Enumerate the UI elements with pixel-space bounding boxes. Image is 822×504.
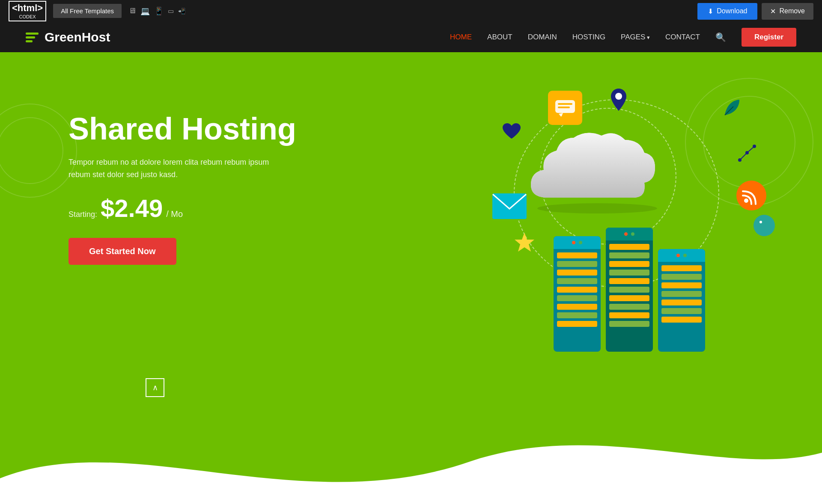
graph-icon bbox=[736, 142, 758, 163]
server-row bbox=[609, 312, 649, 318]
server-row bbox=[661, 308, 702, 314]
server-right bbox=[658, 249, 705, 352]
star-icon bbox=[514, 232, 535, 253]
server-row bbox=[609, 295, 649, 301]
server-row bbox=[557, 321, 597, 327]
server-row bbox=[661, 282, 702, 288]
hero-content: Shared Hosting Tempor rebum no at dolore… bbox=[68, 112, 296, 265]
desktop-icon[interactable]: 🖥 bbox=[128, 6, 136, 15]
site-logo: GreenHost bbox=[26, 30, 110, 44]
hero-title: Shared Hosting bbox=[68, 112, 296, 146]
server-row bbox=[557, 312, 597, 318]
remove-button[interactable]: ✕ Remove bbox=[762, 3, 813, 20]
server-dot-5 bbox=[676, 254, 680, 257]
hero-description: Tempor rebum no at dolore lorem clita re… bbox=[68, 156, 283, 181]
toolbar-left: <html>CODEX All Free Templates 🖥 💻 📱 ▭ 📲 bbox=[9, 1, 185, 21]
rss-icon bbox=[736, 181, 766, 210]
download-arrow-icon: ⬇ bbox=[708, 7, 713, 15]
server-dot-2 bbox=[579, 241, 582, 244]
server-row bbox=[661, 317, 702, 323]
server-row bbox=[609, 261, 649, 267]
server-row bbox=[661, 291, 702, 297]
svg-line-13 bbox=[740, 153, 747, 160]
register-button[interactable]: Register bbox=[742, 28, 796, 47]
device-icons-group: 🖥 💻 📱 ▭ 📲 bbox=[128, 6, 185, 16]
laptop-icon[interactable]: 💻 bbox=[140, 6, 150, 16]
server-row bbox=[661, 299, 702, 305]
svg-marker-7 bbox=[515, 233, 534, 252]
price-label: Starting: bbox=[68, 210, 97, 219]
logo-icon-bar-3 bbox=[26, 40, 33, 42]
server-row bbox=[557, 295, 597, 301]
nav-pages[interactable]: PAGES bbox=[621, 33, 650, 42]
server-row bbox=[557, 287, 597, 293]
email-icon bbox=[492, 193, 527, 219]
svg-rect-3 bbox=[558, 107, 570, 108]
logo-icon-bar-1 bbox=[26, 33, 39, 35]
nav-home[interactable]: HOME bbox=[450, 33, 472, 42]
close-icon: ✕ bbox=[770, 7, 776, 15]
server-towers bbox=[554, 228, 705, 352]
all-free-templates-button[interactable]: All Free Templates bbox=[53, 4, 122, 18]
site-navbar: GreenHost HOME ABOUT DOMAIN HOSTING PAGE… bbox=[0, 22, 822, 52]
hero-illustration bbox=[480, 86, 779, 386]
nav-hosting[interactable]: HOSTING bbox=[572, 33, 605, 42]
svg-point-0 bbox=[537, 203, 657, 213]
tag-icon bbox=[754, 215, 775, 236]
server-dot-1 bbox=[572, 241, 575, 244]
hero-price: Starting: $2.49 / Mo bbox=[68, 194, 296, 222]
nav-domain[interactable]: DOMAIN bbox=[528, 33, 557, 42]
cloud-wrap bbox=[480, 86, 779, 386]
tablet-small-icon[interactable]: ▭ bbox=[168, 7, 174, 15]
server-row bbox=[609, 304, 649, 310]
server-top-middle bbox=[606, 228, 653, 240]
server-top-left bbox=[554, 236, 601, 249]
chat-bubble-icon bbox=[548, 91, 582, 125]
server-rows-right bbox=[658, 262, 705, 326]
toolbar: <html>CODEX All Free Templates 🖥 💻 📱 ▭ 📲… bbox=[0, 0, 822, 22]
server-top-right bbox=[658, 249, 705, 262]
cloud-graphic bbox=[522, 121, 659, 216]
nav-about[interactable]: ABOUT bbox=[487, 33, 512, 42]
leaf-icon bbox=[719, 95, 745, 121]
server-row bbox=[661, 274, 702, 280]
server-row bbox=[557, 270, 597, 276]
server-rows-middle bbox=[606, 240, 653, 330]
server-row bbox=[557, 304, 597, 310]
server-row bbox=[609, 278, 649, 284]
download-button[interactable]: ⬇ Download bbox=[697, 3, 757, 20]
server-dot-6 bbox=[683, 254, 687, 257]
svg-line-14 bbox=[747, 146, 754, 153]
hero-section: Shared Hosting Tempor rebum no at dolore… bbox=[0, 52, 822, 504]
svg-rect-2 bbox=[558, 103, 572, 105]
tablet-icon[interactable]: 📱 bbox=[154, 6, 164, 16]
logo-icon-bar-2 bbox=[26, 36, 35, 39]
server-row bbox=[609, 321, 649, 327]
server-row bbox=[557, 278, 597, 284]
server-middle bbox=[606, 228, 653, 352]
phone-icon[interactable]: 📲 bbox=[178, 8, 185, 15]
server-dot-4 bbox=[631, 232, 634, 236]
server-dot-3 bbox=[624, 232, 628, 236]
price-per: / Mo bbox=[166, 209, 183, 219]
nav-contact[interactable]: CONTACT bbox=[665, 33, 700, 42]
svg-marker-4 bbox=[559, 113, 563, 116]
search-button[interactable]: 🔍 bbox=[715, 32, 726, 42]
toolbar-right: ⬇ Download ✕ Remove bbox=[697, 3, 813, 20]
svg-point-9 bbox=[759, 221, 762, 223]
server-row bbox=[661, 265, 702, 271]
htmlcodex-logo: <html>CODEX bbox=[9, 1, 46, 21]
chevron-up-icon: ∧ bbox=[152, 383, 158, 392]
svg-point-8 bbox=[744, 199, 748, 203]
server-row bbox=[609, 270, 649, 276]
server-row bbox=[609, 252, 649, 258]
server-row bbox=[557, 261, 597, 267]
price-amount: $2.49 bbox=[101, 194, 163, 222]
logo-icon bbox=[26, 33, 39, 42]
server-left bbox=[554, 236, 601, 352]
server-row bbox=[557, 252, 597, 258]
get-started-button[interactable]: Get Started Now bbox=[68, 238, 176, 265]
heart-icon bbox=[501, 121, 522, 142]
site-nav: HOME ABOUT DOMAIN HOSTING PAGES CONTACT … bbox=[450, 28, 796, 47]
scroll-up-button[interactable]: ∧ bbox=[146, 378, 164, 397]
